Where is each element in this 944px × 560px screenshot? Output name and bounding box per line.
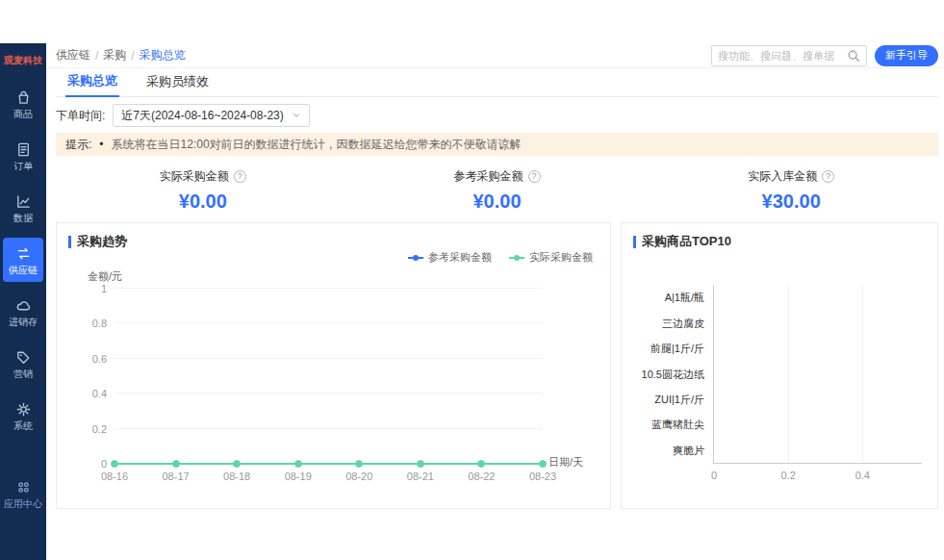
- sidebar-item-label: 应用中心: [4, 499, 42, 509]
- notice-bar: 提示:•系统将在当日12:00对前日的数据进行统计，因数据延迟给您带来的不便敬请…: [56, 133, 938, 156]
- sidebar-item-app-center[interactable]: 应用中心: [3, 471, 43, 516]
- x-axis-name: 日期/天: [549, 455, 583, 470]
- top-products-panel: 采购商品TOP10 A|1瓶/瓶三边腐皮前腿|1斤/斤10.5圆花边纸ZUI|1…: [621, 222, 938, 509]
- help-icon[interactable]: ?: [528, 170, 541, 183]
- sidebar-item-inventory[interactable]: 进销存: [3, 290, 43, 334]
- sidebar-item-label: 进销存: [9, 318, 38, 327]
- y-tick-label: 0.8: [92, 318, 107, 329]
- data-chart-icon: [14, 192, 33, 211]
- x-tick-label: 08-16: [101, 471, 128, 482]
- data-point: [234, 461, 241, 468]
- y-axis-name: 金额/元: [88, 269, 122, 284]
- gridline: [788, 285, 789, 463]
- breadcrumb-purchase[interactable]: 采购: [103, 47, 126, 64]
- chart-legend: 参考采购金额实际采购金额: [408, 250, 593, 265]
- x-tick-label: 08-18: [223, 471, 250, 482]
- order-icon: [14, 140, 33, 159]
- trend-plot: 日期/天 00.20.40.60.8108-1608-1708-1808-190…: [115, 289, 543, 464]
- x-tick-label: 0.2: [780, 470, 795, 481]
- breadcrumb-supply-chain[interactable]: 供应链: [56, 47, 90, 64]
- logo[interactable]: 观麦科技: [0, 43, 46, 78]
- gridline: [862, 285, 863, 463]
- panel-title-text: 采购趋势: [77, 233, 127, 250]
- x-tick-label: 08-17: [162, 471, 189, 482]
- guide-button[interactable]: 新手引导: [875, 45, 938, 66]
- help-icon[interactable]: ?: [234, 170, 246, 183]
- sidebar-item-marketing[interactable]: 营销: [3, 342, 43, 386]
- stat-value: ¥0.00: [350, 191, 645, 213]
- topbar-right: 新手引导: [711, 45, 938, 66]
- notice-bullet: •: [99, 138, 103, 151]
- data-point: [356, 461, 363, 468]
- panel-title: 采购趋势: [68, 233, 127, 250]
- category-label: ZUI|1斤/斤: [654, 392, 704, 406]
- sidebar-item-orders[interactable]: 订单: [3, 134, 43, 178]
- notice-text: 系统将在当日12:00对前日的数据进行统计，因数据延迟给您带来的不便敬请谅解: [112, 138, 522, 151]
- stat-reference-purchase-amount: 参考采购金额? ¥0.00: [350, 168, 645, 213]
- x-tick-label: 0.4: [855, 470, 870, 481]
- tabs: 采购总览 采购员绩效: [56, 68, 938, 97]
- filter-row: 下单时间: 近7天(2024-08-16~2024-08-23): [56, 97, 938, 133]
- title-accent-bar: [633, 236, 636, 248]
- sidebar: 观麦科技 商品 订单 数据 供应链: [0, 43, 46, 560]
- breadcrumb-separator: /: [131, 49, 134, 63]
- stat-value: ¥30.00: [644, 191, 938, 213]
- category-label: 前腿|1斤/斤: [651, 342, 704, 356]
- y-tick-label: 1: [101, 283, 107, 294]
- chevron-down-icon: [292, 111, 301, 120]
- tab-purchase-overview[interactable]: 采购总览: [65, 66, 119, 97]
- tab-purchaser-performance[interactable]: 采购员绩效: [144, 67, 211, 96]
- stat-label: 参考采购金额: [454, 168, 523, 185]
- x-tick-label: 08-19: [285, 471, 312, 482]
- stat-value: ¥0.00: [56, 191, 350, 213]
- stat-label: 实际入库金额: [748, 168, 817, 185]
- legend-item[interactable]: 参考采购金额: [408, 250, 492, 265]
- series-line: [115, 289, 543, 464]
- legend-item[interactable]: 实际采购金额: [509, 250, 593, 265]
- supply-chain-icon: [14, 244, 33, 263]
- charts-row: 采购趋势 参考采购金额实际采购金额 金额/元 日期/天 00.20.40.60.…: [56, 222, 938, 509]
- date-range-value: 近7天(2024-08-16~2024-08-23): [121, 108, 283, 124]
- purchase-trend-panel: 采购趋势 参考采购金额实际采购金额 金额/元 日期/天 00.20.40.60.…: [56, 222, 611, 509]
- sidebar-item-data[interactable]: 数据: [3, 186, 43, 230]
- sidebar-item-label: 系统: [13, 421, 33, 431]
- data-point: [417, 461, 423, 468]
- app-window: 观麦科技 商品 订单 数据 供应链: [0, 43, 944, 560]
- cloud-icon: [14, 296, 33, 315]
- data-point: [172, 461, 179, 468]
- title-accent-bar: [68, 236, 71, 248]
- stat-label: 实际采购金额: [160, 168, 229, 185]
- search-icon[interactable]: [847, 49, 860, 63]
- top10-plot: A|1瓶/瓶三边腐皮前腿|1斤/斤10.5圆花边纸ZUI|1斤/斤蓝鹰猪肚尖爽脆…: [713, 285, 922, 464]
- sidebar-item-system[interactable]: 系统: [3, 394, 43, 438]
- y-tick-label: 0.2: [92, 423, 107, 435]
- data-point: [478, 461, 485, 468]
- category-label: 蓝鹰猪肚尖: [651, 418, 704, 432]
- main-area: 供应链 / 采购 / 采购总览 新手引导 采购总览 采购员绩效: [46, 43, 944, 560]
- sidebar-item-supply-chain[interactable]: 供应链: [3, 238, 43, 282]
- x-tick-label: 08-23: [529, 471, 556, 482]
- date-range-select[interactable]: 近7天(2024-08-16~2024-08-23): [113, 104, 309, 127]
- x-tick-label: 08-21: [407, 471, 434, 482]
- sidebar-item-label: 订单: [13, 162, 33, 171]
- category-label: 三边腐皮: [662, 316, 704, 330]
- sidebar-item-goods[interactable]: 商品: [3, 82, 43, 126]
- y-tick-label: 0.6: [92, 353, 107, 365]
- data-point: [112, 461, 118, 468]
- breadcrumb-separator: /: [95, 49, 98, 63]
- stat-actual-inbound-amount: 实际入库金额? ¥30.00: [644, 168, 938, 213]
- help-icon[interactable]: ?: [822, 170, 834, 183]
- goods-icon: [14, 89, 33, 107]
- x-tick-label: 08-22: [468, 471, 495, 482]
- sidebar-item-label: 商品: [13, 110, 33, 119]
- legend-label: 实际采购金额: [529, 250, 593, 265]
- category-label: 爽脆片: [673, 443, 704, 457]
- legend-marker: [408, 257, 423, 259]
- stats-row: 实际采购金额? ¥0.00 参考采购金额? ¥0.00 实际入库金额? ¥30.…: [56, 168, 938, 213]
- legend-marker: [509, 257, 524, 259]
- search-box[interactable]: [711, 45, 867, 66]
- tag-icon: [14, 348, 33, 367]
- x-tick-label: 08-20: [345, 471, 372, 482]
- search-input[interactable]: [718, 50, 847, 62]
- breadcrumb: 供应链 / 采购 / 采购总览: [56, 47, 186, 64]
